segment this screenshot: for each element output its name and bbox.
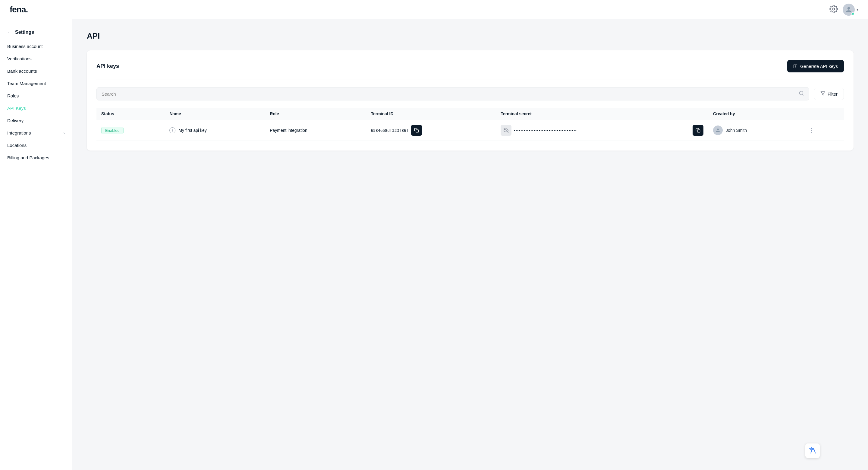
creator-name: John Smith: [726, 128, 747, 133]
row-actions-cell: ⋮: [801, 120, 844, 141]
search-filter-row: Filter: [96, 87, 844, 100]
table-header: Status Name Role Terminal ID Terminal se…: [96, 108, 844, 120]
gear-icon[interactable]: [830, 5, 838, 14]
sidebar-item-label: Roles: [7, 93, 19, 98]
sidebar-item-api-keys[interactable]: API Keys: [0, 102, 72, 114]
role-value: Payment integration: [270, 128, 307, 133]
sidebar-item-business-account[interactable]: Business account: [0, 40, 72, 53]
terminal-id-value: 6584e58df333f86f: [371, 128, 408, 133]
back-to-settings[interactable]: ← Settings: [0, 27, 72, 40]
search-icon: [799, 90, 804, 97]
sidebar-nav: Business account Verifications Bank acco…: [0, 40, 72, 164]
status-badge: Enabled: [101, 127, 124, 134]
svg-rect-6: [698, 130, 700, 133]
info-icon[interactable]: i: [169, 127, 176, 133]
search-input[interactable]: [101, 91, 796, 96]
sidebar-item-label: Business account: [7, 44, 43, 49]
app-layout: ← Settings Business account Verification…: [0, 19, 868, 470]
name-cell: i My first api key: [164, 120, 265, 141]
terminal-secret-cell: ••••••••••••••••••••••••••••••••••••••: [496, 120, 708, 141]
search-box: [96, 87, 809, 100]
sidebar-item-billing-packages[interactable]: Billing and Packages: [0, 151, 72, 164]
api-key-name: My first api key: [179, 128, 207, 133]
generate-btn-label: Generate API keys: [800, 64, 838, 69]
svg-line-2: [802, 94, 803, 95]
col-status: Status: [96, 108, 164, 120]
col-created-by: Created by: [708, 108, 801, 120]
col-terminal-id: Terminal ID: [366, 108, 496, 120]
back-arrow-icon: ←: [7, 29, 13, 35]
avatar: [843, 4, 855, 16]
online-indicator: [851, 12, 855, 16]
status-cell: Enabled: [96, 120, 164, 141]
main-content: API API keys ⚿ Generate API keys: [72, 19, 868, 470]
sidebar-item-locations[interactable]: Locations: [0, 139, 72, 151]
sidebar-item-label: Verifications: [7, 56, 32, 61]
key-icon: ⚿: [793, 64, 798, 69]
col-actions: [801, 108, 844, 120]
sidebar-item-roles[interactable]: Roles: [0, 90, 72, 102]
chevron-down-icon: ▾: [857, 7, 858, 12]
sidebar-item-label: Locations: [7, 143, 27, 148]
col-role: Role: [265, 108, 366, 120]
user-avatar-container[interactable]: ▾: [843, 4, 858, 16]
terminal-id-cell: 6584e58df333f86f: [366, 120, 496, 141]
sidebar-item-label: Bank accounts: [7, 68, 37, 74]
filter-label: Filter: [828, 91, 838, 96]
table-body: Enabled i My first api key Payment integ…: [96, 120, 844, 141]
filter-button[interactable]: Filter: [814, 88, 844, 100]
logo-dot: .: [26, 5, 28, 14]
copy-secret-button[interactable]: [692, 125, 704, 136]
filter-icon: [820, 91, 825, 97]
sidebar-back-label: Settings: [15, 30, 34, 35]
sidebar: ← Settings Business account Verification…: [0, 19, 72, 470]
chevron-right-icon: ›: [63, 130, 65, 136]
svg-marker-3: [821, 92, 825, 95]
card-header: API keys ⚿ Generate API keys: [96, 60, 844, 80]
svg-rect-4: [416, 130, 418, 133]
role-cell: Payment integration: [265, 120, 366, 141]
sidebar-item-delivery[interactable]: Delivery: [0, 114, 72, 127]
col-name: Name: [164, 108, 265, 120]
col-terminal-secret: Terminal secret: [496, 108, 708, 120]
copy-terminal-id-button[interactable]: [411, 125, 422, 136]
sidebar-item-integrations[interactable]: Integrations ›: [0, 127, 72, 139]
more-actions-button[interactable]: ⋮: [806, 126, 816, 135]
app-header: fena. ▾: [0, 0, 868, 19]
generate-api-keys-button[interactable]: ⚿ Generate API keys: [787, 60, 844, 72]
created-by-cell: John Smith: [708, 120, 801, 141]
sidebar-item-verifications[interactable]: Verifications: [0, 53, 72, 65]
secret-dots: ••••••••••••••••••••••••••••••••••••••: [514, 129, 690, 132]
table-row: Enabled i My first api key Payment integ…: [96, 120, 844, 141]
header-actions: ▾: [830, 4, 858, 16]
sidebar-item-label: Delivery: [7, 118, 24, 123]
translate-fab[interactable]: [805, 443, 820, 458]
sidebar-item-label: Integrations: [7, 130, 31, 136]
sidebar-item-team-management[interactable]: Team Management: [0, 77, 72, 90]
sidebar-item-label: API Keys: [7, 106, 26, 111]
page-title: API: [87, 31, 854, 41]
app-logo: fena.: [10, 5, 28, 14]
creator-avatar: [713, 125, 723, 135]
sidebar-item-label: Billing and Packages: [7, 155, 49, 160]
card-title: API keys: [96, 63, 119, 69]
sidebar-item-bank-accounts[interactable]: Bank accounts: [0, 65, 72, 77]
api-keys-table: Status Name Role Terminal ID Terminal se…: [96, 108, 844, 141]
toggle-secret-button[interactable]: [501, 125, 512, 136]
logo-text: fena: [10, 5, 26, 14]
sidebar-item-label: Team Management: [7, 81, 46, 86]
api-keys-card: API keys ⚿ Generate API keys: [87, 50, 854, 150]
svg-point-0: [833, 8, 835, 10]
